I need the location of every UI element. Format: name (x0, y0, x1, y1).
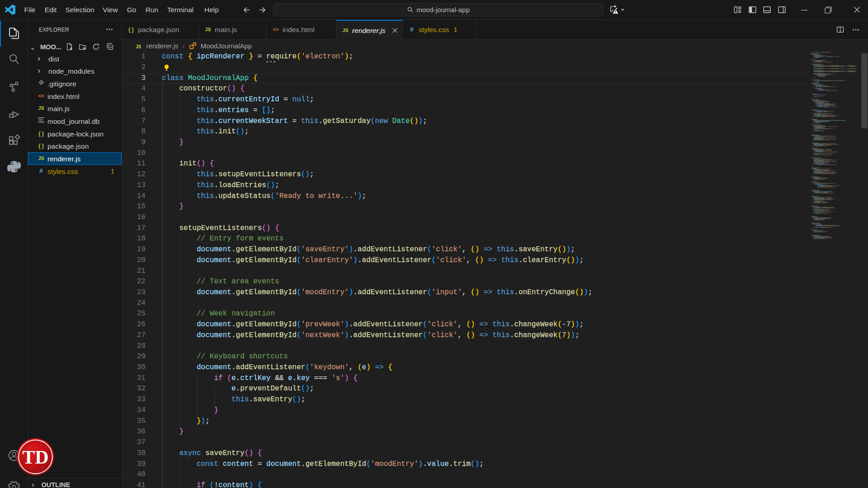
svg-text:TD: TD (22, 447, 48, 468)
